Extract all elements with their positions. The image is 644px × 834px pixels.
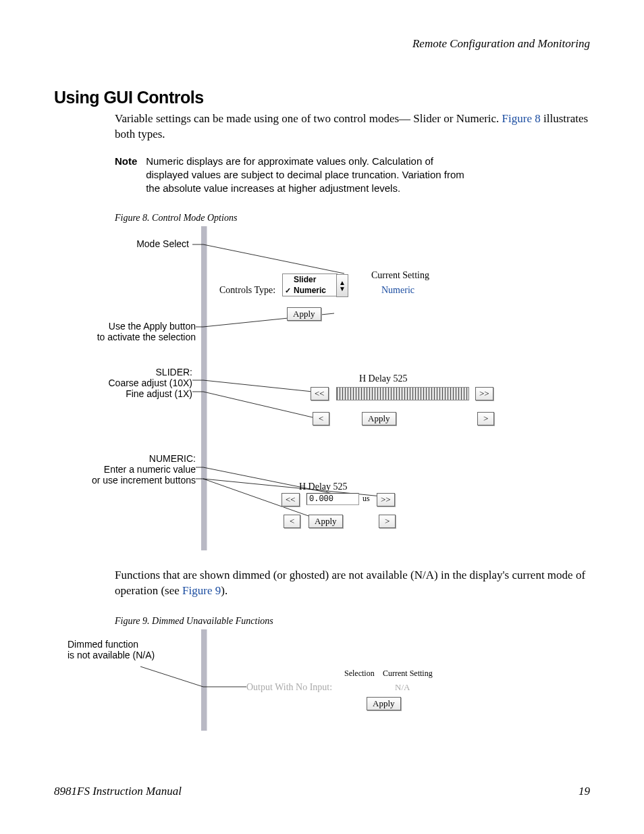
- figure9-caption: Figure 9. Dimmed Unavailable Functions: [115, 616, 590, 627]
- figure9: Dimmed function is not available (N/A) S…: [115, 629, 590, 737]
- numeric-coarse-left-button[interactable]: <<: [281, 493, 300, 506]
- slider-coarse-left-button[interactable]: <<: [311, 387, 329, 400]
- dimmed-paragraph: Functions that are shown dimmed (or ghos…: [115, 568, 590, 599]
- figure9-link[interactable]: Figure 9: [182, 584, 221, 597]
- slider-track[interactable]: [336, 387, 469, 400]
- anno-dimmed: Dimmed function is not available (N/A): [68, 639, 196, 660]
- apply-button-slider[interactable]: Apply: [362, 412, 396, 425]
- controls-type-dropdown[interactable]: Slider ✓Numeric ▲▼: [282, 273, 338, 296]
- current-setting-header-f9: Current Setting: [383, 669, 433, 679]
- figure8-side-bar: [201, 226, 207, 550]
- figure9-side-bar: [201, 629, 207, 731]
- apply-button-f9[interactable]: Apply: [367, 697, 401, 710]
- dropdown-option-numeric[interactable]: ✓Numeric: [283, 285, 337, 296]
- intro-text-a: Variable settings can be made using one …: [115, 112, 502, 125]
- anno-mode-select: Mode Select: [88, 238, 189, 249]
- apply-button-top[interactable]: Apply: [287, 307, 321, 321]
- controls-type-label: Controls Type:: [219, 285, 275, 296]
- intro-paragraph: Variable settings can be made using one …: [115, 111, 590, 142]
- current-setting-header: Current Setting: [371, 270, 429, 281]
- footer-page-number: 19: [579, 785, 590, 798]
- page-section-header: Remote Configuration and Monitoring: [54, 37, 590, 51]
- figure8-caption: Figure 8. Control Mode Options: [115, 213, 590, 224]
- page-footer: 8981FS Instruction Manual 19: [54, 785, 590, 798]
- current-setting-value: Numeric: [381, 285, 414, 296]
- slider-fine-left-button[interactable]: <: [313, 412, 329, 425]
- svg-line-7: [203, 392, 313, 417]
- numeric-unit: us: [363, 494, 370, 504]
- note-block: Note Numeric displays are for approximat…: [115, 155, 590, 196]
- anno-numeric: NUMERIC: Enter a numeric value or use in…: [61, 453, 196, 486]
- slider-title: H Delay 525: [359, 373, 408, 384]
- anno-apply: Use the Apply button to activate the sel…: [64, 321, 196, 342]
- heading-using-gui-controls: Using GUI Controls: [54, 88, 590, 107]
- apply-button-numeric[interactable]: Apply: [308, 515, 343, 528]
- dimmed-text-b: ).: [221, 584, 227, 597]
- dropdown-arrow-icon[interactable]: ▲▼: [336, 274, 348, 297]
- numeric-fine-right-button[interactable]: >: [379, 515, 396, 528]
- numeric-fine-left-button[interactable]: <: [284, 515, 300, 528]
- svg-line-5: [203, 380, 313, 392]
- svg-line-1: [203, 244, 344, 273]
- dropdown-option-numeric-label: Numeric: [294, 286, 326, 295]
- check-icon: ✓: [285, 286, 291, 295]
- slider-fine-right-button[interactable]: >: [477, 412, 494, 425]
- dropdown-option-slider[interactable]: Slider: [283, 274, 337, 285]
- numeric-value-input[interactable]: 0.000: [306, 493, 359, 505]
- na-value: N/A: [395, 682, 410, 693]
- numeric-title: H Delay 525: [299, 481, 348, 492]
- svg-line-13: [140, 667, 203, 687]
- figure8: Mode Select Use the Apply button to acti…: [115, 226, 590, 564]
- selection-header: Selection: [344, 669, 375, 679]
- output-no-input-label: Output With No Input:: [246, 682, 332, 693]
- note-label: Note: [115, 155, 143, 168]
- footer-manual-title: 8981FS Instruction Manual: [54, 785, 182, 798]
- numeric-coarse-right-button[interactable]: >>: [377, 493, 395, 506]
- slider-coarse-right-button[interactable]: >>: [475, 387, 493, 400]
- note-text: Numeric displays are for approximate val…: [146, 155, 477, 196]
- anno-slider: SLIDER: Coarse adjust (10X) Fine adjust …: [74, 367, 192, 399]
- figure8-link[interactable]: Figure 8: [502, 112, 541, 125]
